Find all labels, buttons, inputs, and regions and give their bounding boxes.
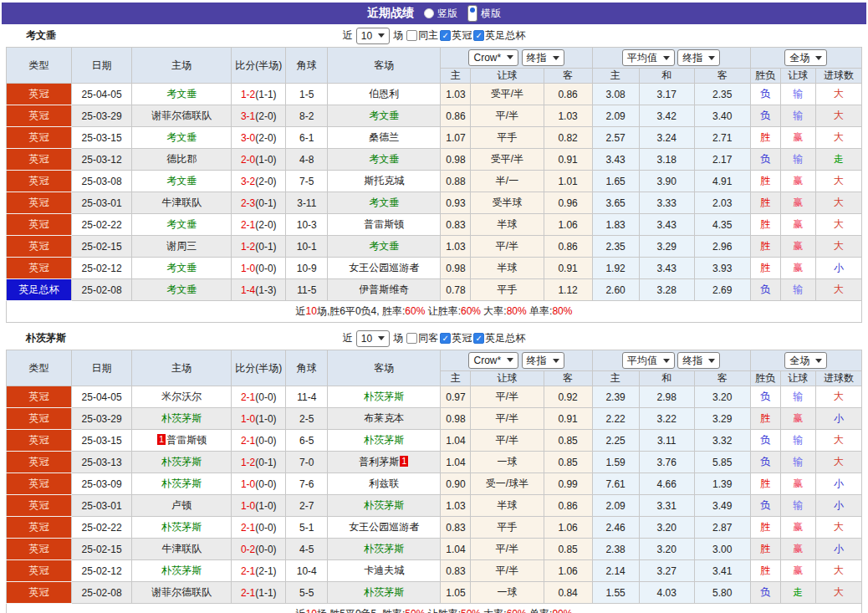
home-team-cell[interactable]: 1普雷斯顿 [132,430,232,452]
home-team-cell[interactable]: 考文垂 [132,84,232,105]
away-team-cell[interactable]: 利兹联 [328,473,441,495]
home-team-name[interactable]: 考文垂 [166,88,197,100]
away-team-name[interactable]: 朴茨茅斯 [364,434,404,446]
away-team-cell[interactable]: 卡迪夫城 [328,560,441,582]
away-team-name[interactable]: 斯托克城 [364,175,404,186]
home-team-name[interactable]: 考文垂 [166,262,197,273]
away-team-name[interactable]: 布莱克本 [364,412,404,424]
filter-checkbox-1[interactable]: 同主 [406,28,438,43]
odds-time-select[interactable]: 终指 [522,352,564,369]
away-team-cell[interactable]: 考文垂 [328,105,441,127]
home-team-name[interactable]: 朴茨茅斯 [161,478,202,489]
home-team-name[interactable]: 米尔沃尔 [161,391,202,402]
radio-horizontal-layout[interactable]: 横版 [467,5,501,22]
away-team-name[interactable]: 利兹联 [369,478,399,489]
scope-select[interactable]: 全场 [784,352,827,369]
home-team-cell[interactable]: 谢周三 [132,236,232,258]
home-team-name[interactable]: 考文垂 [166,284,197,295]
away-team-cell[interactable]: 朴茨茅斯 [328,386,441,408]
home-team-name[interactable]: 考文垂 [166,131,197,143]
away-team-cell[interactable]: 伊普斯维奇 [328,279,441,301]
home-team-cell[interactable]: 考文垂 [132,214,232,236]
avg-time-select[interactable]: 终指 [677,49,720,66]
checkbox-checked-icon[interactable] [473,30,484,41]
home-team-name[interactable]: 卢顿 [171,499,191,511]
away-team-cell[interactable]: 朴茨茅斯 [328,582,441,604]
home-team-name[interactable]: 朴茨茅斯 [161,521,202,533]
home-team-name[interactable]: 朴茨茅斯 [161,412,202,424]
away-team-name[interactable]: 朴茨茅斯 [364,586,404,598]
home-team-cell[interactable]: 考文垂 [132,127,232,149]
near-count-select[interactable]: 10 [356,28,390,44]
home-team-name[interactable]: 朴茨茅斯 [161,564,202,576]
away-team-cell[interactable]: 伯恩利 [328,84,441,105]
home-team-name[interactable]: 谢菲尔德联队 [151,586,212,598]
home-team-name[interactable]: 考文垂 [166,218,197,230]
away-team-cell[interactable]: 朴茨茅斯 [328,430,441,452]
home-team-cell[interactable]: 朴茨茅斯 [132,560,232,582]
away-team-name[interactable]: 考文垂 [369,153,399,165]
filter-checkbox-3[interactable]: 英足总杯 [473,331,525,345]
home-team-cell[interactable]: 牛津联队 [132,192,232,214]
avg-time-select[interactable]: 终指 [677,352,720,369]
away-team-name[interactable]: 桑德兰 [369,131,399,143]
odds-company-select[interactable]: Crow* [468,352,518,369]
home-team-cell[interactable]: 德比郡 [132,149,232,171]
home-team-name[interactable]: 普雷斯顿 [166,434,207,446]
filter-checkbox-2[interactable]: 英冠 [440,331,472,345]
scope-select[interactable]: 全场 [784,49,827,66]
away-team-cell[interactable]: 朴茨茅斯 [328,539,441,560]
filter-checkbox-3[interactable]: 英足总杯 [473,28,525,43]
away-team-name[interactable]: 考文垂 [369,240,399,252]
away-team-name[interactable]: 考文垂 [369,197,399,208]
away-team-name[interactable]: 普利茅斯 [359,456,399,467]
checkbox-checked-icon[interactable] [440,333,451,344]
away-team-cell[interactable]: 女王公园巡游者 [328,258,441,279]
home-team-name[interactable]: 牛津联队 [161,197,202,208]
avg-type-select[interactable]: 平均值 [622,49,675,66]
away-team-name[interactable]: 女王公园巡游者 [349,262,419,273]
away-team-cell[interactable]: 普雷斯顿 [328,214,441,236]
away-team-cell[interactable]: 桑德兰 [328,127,441,149]
away-team-name[interactable]: 卡迪夫城 [364,564,404,576]
away-team-cell[interactable]: 普利茅斯1 [328,452,441,473]
home-team-cell[interactable]: 朴茨茅斯 [132,473,232,495]
away-team-name[interactable]: 考文垂 [369,110,399,121]
filter-checkbox-2[interactable]: 英冠 [440,28,472,43]
home-team-cell[interactable]: 谢菲尔德联队 [132,105,232,127]
away-team-name[interactable]: 伊普斯维奇 [359,284,409,295]
home-team-cell[interactable]: 朴茨茅斯 [132,517,232,539]
home-team-cell[interactable]: 考文垂 [132,171,232,192]
away-team-name[interactable]: 朴茨茅斯 [364,543,404,554]
home-team-name[interactable]: 谢菲尔德联队 [151,110,212,121]
home-team-cell[interactable]: 卢顿 [132,495,232,517]
home-team-cell[interactable]: 牛津联队 [132,539,232,560]
checkbox-checked-icon[interactable] [473,333,484,344]
odds-time-select[interactable]: 终指 [522,49,564,66]
away-team-cell[interactable]: 考文垂 [328,236,441,258]
away-team-cell[interactable]: 女王公园巡游者 [328,517,441,539]
home-team-cell[interactable]: 考文垂 [132,279,232,301]
away-team-cell[interactable]: 朴茨茅斯 [328,495,441,517]
avg-type-select[interactable]: 平均值 [622,352,675,369]
away-team-cell[interactable]: 斯托克城 [328,171,441,192]
odds-company-select[interactable]: Crow* [468,49,518,66]
checkbox-unchecked-icon[interactable] [406,30,417,41]
home-team-name[interactable]: 考文垂 [166,175,197,186]
checkbox-checked-icon[interactable] [440,30,451,41]
away-team-name[interactable]: 朴茨茅斯 [364,391,404,402]
home-team-name[interactable]: 谢周三 [166,240,197,252]
home-team-name[interactable]: 德比郡 [166,153,197,165]
near-count-select[interactable]: 10 [356,330,390,347]
away-team-cell[interactable]: 布莱克本 [328,408,441,430]
away-team-name[interactable]: 普雷斯顿 [364,218,404,230]
radio-button-selected-icon[interactable] [467,5,477,22]
home-team-cell[interactable]: 谢菲尔德联队 [132,582,232,604]
home-team-cell[interactable]: 米尔沃尔 [132,386,232,408]
away-team-cell[interactable]: 考文垂 [328,192,441,214]
radio-button-icon[interactable] [424,8,434,18]
home-team-cell[interactable]: 朴茨茅斯 [132,452,232,473]
home-team-name[interactable]: 牛津联队 [161,543,202,554]
away-team-cell[interactable]: 考文垂 [328,149,441,171]
away-team-name[interactable]: 女王公园巡游者 [349,521,419,533]
